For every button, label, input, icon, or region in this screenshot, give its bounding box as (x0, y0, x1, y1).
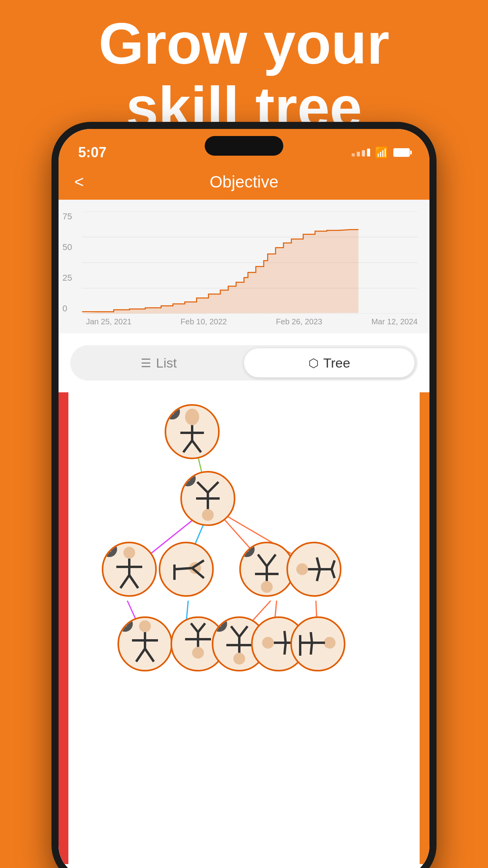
svg-marker-5 (82, 230, 358, 314)
svg-line-39 (258, 555, 267, 566)
phone-screen: 5:07 📶 < Objective 75 50 (59, 129, 429, 868)
svg-line-45 (332, 561, 335, 570)
tree-icon: ⬡ (308, 356, 319, 370)
list-icon: ☰ (141, 356, 151, 370)
tree-view-button[interactable]: ⬡ Tree (244, 348, 415, 377)
svg-line-25 (208, 482, 218, 493)
svg-line-46 (332, 569, 335, 578)
star-badge: ★ (165, 404, 180, 419)
pose-node-7[interactable]: ★ (117, 616, 172, 671)
svg-point-16 (185, 409, 199, 425)
svg-line-65 (284, 643, 286, 655)
svg-point-57 (233, 653, 245, 665)
battery-icon (393, 148, 410, 157)
pose-node-5[interactable]: ★ (239, 542, 294, 597)
star-badge: ★ (117, 616, 133, 632)
svg-line-70 (311, 643, 312, 655)
left-sidebar-decoration (59, 392, 68, 864)
svg-line-32 (174, 568, 192, 569)
skill-tree-area: ★ ★ (59, 392, 429, 864)
right-sidebar-decoration (420, 392, 429, 864)
svg-line-61 (239, 626, 248, 637)
pose-node-11[interactable] (290, 616, 345, 671)
progress-chart: 75 50 25 0 Jan 25, 2021 Feb 10, 2022 (59, 200, 429, 333)
svg-point-26 (123, 547, 135, 559)
svg-line-19 (183, 441, 193, 452)
chart-svg (82, 211, 418, 314)
svg-point-36 (261, 581, 273, 593)
dynamic-island (205, 136, 283, 156)
svg-point-21 (202, 509, 214, 521)
pose-node-3[interactable]: ★ (102, 542, 157, 597)
pose-node-1[interactable]: ★ (165, 404, 220, 459)
svg-line-24 (197, 482, 208, 493)
status-bar: 5:07 📶 (59, 129, 429, 164)
pose-node-4[interactable] (159, 542, 214, 597)
list-view-button[interactable]: ☰ List (73, 348, 244, 377)
phone-frame: 5:07 📶 < Objective 75 50 (51, 122, 437, 868)
chart-x-axis: Jan 25, 2021 Feb 10, 2022 Feb 26, 2023 M… (82, 317, 418, 326)
svg-line-60 (231, 626, 239, 637)
pose-node-6[interactable] (286, 542, 341, 597)
svg-line-43 (317, 557, 320, 569)
svg-line-51 (145, 649, 154, 662)
svg-line-69 (311, 632, 312, 643)
svg-point-66 (324, 637, 336, 649)
tree-label: Tree (323, 355, 350, 371)
svg-line-50 (136, 649, 145, 662)
svg-point-41 (296, 563, 308, 575)
star-badge: ★ (239, 542, 255, 557)
svg-point-52 (192, 647, 204, 659)
status-icons: 📶 (352, 146, 410, 159)
status-time: 5:07 (78, 144, 106, 161)
app-header: < Objective (59, 164, 429, 200)
svg-line-29 (121, 575, 130, 588)
chart-y-axis: 75 50 25 0 (62, 211, 72, 314)
svg-line-30 (129, 575, 138, 588)
svg-line-55 (191, 623, 198, 633)
svg-line-40 (267, 555, 276, 566)
svg-line-44 (317, 569, 320, 581)
view-toggle[interactable]: ☰ List ⬡ Tree (70, 345, 418, 381)
background-headline: Grow your skill tree (0, 12, 488, 140)
svg-point-47 (139, 620, 151, 632)
star-badge: ★ (102, 542, 117, 557)
list-label: List (156, 355, 177, 371)
svg-line-56 (198, 623, 205, 633)
svg-line-64 (284, 631, 286, 643)
page-title: Objective (209, 173, 278, 191)
star-badge: ★ (212, 616, 227, 632)
pose-node-2[interactable]: ★ (180, 471, 235, 526)
svg-point-62 (262, 637, 274, 649)
star-badge: ★ (180, 471, 196, 486)
svg-line-20 (192, 441, 201, 452)
signal-icon (352, 149, 370, 156)
back-button[interactable]: < (74, 173, 84, 191)
wifi-icon: 📶 (375, 146, 389, 159)
